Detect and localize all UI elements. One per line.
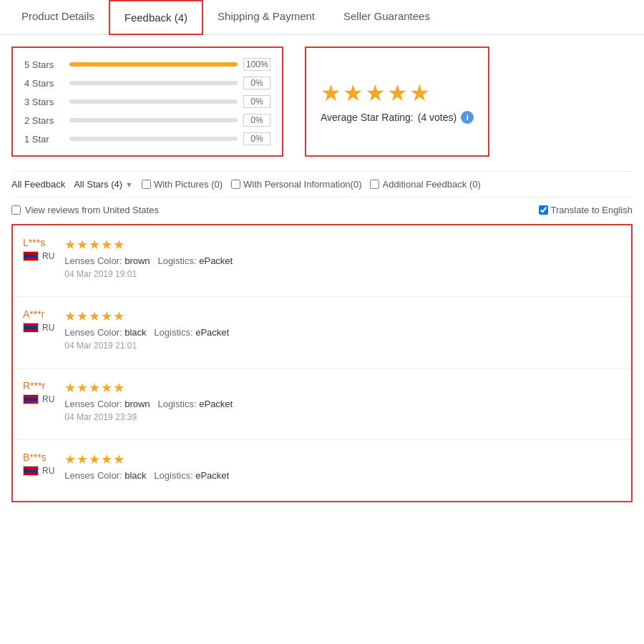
translate-row: Translate to English xyxy=(539,205,633,215)
review-item-1: L***s RU ★★★★★ Lenses Color: brown Logis… xyxy=(13,225,631,297)
big-stars: ★★★★★ xyxy=(321,79,431,107)
bar-pct: 0% xyxy=(243,77,270,89)
star-bars-panel: 5 Stars 100% 4 Stars 0% 3 Stars 0% 2 Sta… xyxy=(11,47,283,157)
with-pictures-checkbox[interactable] xyxy=(142,180,151,189)
avg-rating-panel: ★★★★★ Average Star Rating: (4 votes) i xyxy=(305,47,489,157)
review-main: ★★★★★ Lenses Color: black Logistics: ePa… xyxy=(64,452,621,484)
logistics: ePacket xyxy=(199,399,233,409)
bar-pct: 0% xyxy=(243,132,270,145)
avg-label: Average Star Rating: xyxy=(321,112,414,123)
review-header: L***s RU ★★★★★ Lenses Color: brown Logis… xyxy=(23,237,621,279)
lenses-color: brown xyxy=(125,255,150,266)
reviewer-info: A***r RU xyxy=(23,308,54,351)
star-bar-row-5: 1 Star 0% xyxy=(24,132,270,145)
reviewer-name: B***s xyxy=(23,452,54,463)
review-stars: ★★★★★ xyxy=(64,380,621,396)
bar-container xyxy=(69,137,238,141)
main-content: 5 Stars 100% 4 Stars 0% 3 Stars 0% 2 Sta… xyxy=(0,47,644,502)
translate-label[interactable]: Translate to English xyxy=(539,205,633,215)
review-date: 04 Mar 2019 21:01 xyxy=(64,341,621,351)
star-bar-label: 2 Stars xyxy=(24,115,64,126)
avg-votes: (4 votes) xyxy=(418,112,457,123)
tab-bar: Product Details Feedback (4) Shipping & … xyxy=(0,0,644,35)
reviewer-info: L***s RU xyxy=(23,237,54,279)
star-bar-label: 4 Stars xyxy=(24,78,64,89)
avg-rating-text: Average Star Rating: (4 votes) i xyxy=(321,111,474,124)
review-main: ★★★★★ Lenses Color: brown Logistics: ePa… xyxy=(64,380,621,422)
all-stars-dropdown[interactable]: All Stars (4) ▼ xyxy=(74,179,133,190)
flag-icon xyxy=(23,394,39,404)
logistics: ePacket xyxy=(195,327,229,338)
with-personal-filter[interactable]: With Personal Information(0) xyxy=(231,179,361,190)
tab-shipping[interactable]: Shipping & Payment xyxy=(203,0,329,34)
lenses-color: black xyxy=(125,470,146,481)
flag-icon xyxy=(23,466,39,476)
translate-checkbox[interactable] xyxy=(539,205,548,215)
review-details: Lenses Color: brown Logistics: ePacket xyxy=(64,399,621,409)
bar-pct: 100% xyxy=(243,58,270,71)
all-stars-label: All Stars (4) xyxy=(74,179,122,190)
country-code: RU xyxy=(42,466,54,476)
star-bar-label: 3 Stars xyxy=(24,97,64,107)
reviewer-info: B***s RU xyxy=(23,452,54,484)
review-header: R***r RU ★★★★★ Lenses Color: brown Logis… xyxy=(23,380,621,422)
bar-container xyxy=(69,62,238,67)
view-from-country: View reviews from United States xyxy=(11,205,159,215)
country-code: RU xyxy=(42,394,54,404)
review-stars: ★★★★★ xyxy=(64,237,621,253)
review-item-2: A***r RU ★★★★★ Lenses Color: black Logis… xyxy=(13,297,631,369)
reviewer-country: RU xyxy=(23,466,54,476)
review-header: A***r RU ★★★★★ Lenses Color: black Logis… xyxy=(23,308,621,351)
star-bar-label: 1 Star xyxy=(24,134,64,145)
bar-pct: 0% xyxy=(243,114,270,127)
reviews-container: L***s RU ★★★★★ Lenses Color: brown Logis… xyxy=(11,224,633,502)
review-header: B***s RU ★★★★★ Lenses Color: black Logis… xyxy=(23,452,621,484)
additional-feedback-label: Additional Feedback (0) xyxy=(382,179,480,190)
reviewer-name: L***s xyxy=(23,237,54,248)
reviewer-country: RU xyxy=(23,394,54,404)
star-bar-row-4: 2 Stars 0% xyxy=(24,114,270,127)
tab-feedback[interactable]: Feedback (4) xyxy=(109,0,203,35)
reviewer-country: RU xyxy=(23,323,54,333)
with-pictures-filter[interactable]: With Pictures (0) xyxy=(142,179,223,190)
additional-feedback-filter[interactable]: Additional Feedback (0) xyxy=(370,179,480,190)
star-bar-label: 5 Stars xyxy=(24,59,64,70)
with-pictures-label: With Pictures (0) xyxy=(154,179,223,190)
with-personal-checkbox[interactable] xyxy=(231,180,240,189)
rating-summary: 5 Stars 100% 4 Stars 0% 3 Stars 0% 2 Sta… xyxy=(11,47,633,157)
review-date: 04 Mar 2019 19:01 xyxy=(64,269,621,279)
bar-container xyxy=(69,81,238,85)
bar-fill xyxy=(69,62,238,67)
country-code: RU xyxy=(42,323,54,333)
review-main: ★★★★★ Lenses Color: brown Logistics: ePa… xyxy=(64,237,621,279)
review-details: Lenses Color: black Logistics: ePacket xyxy=(64,470,621,481)
flag-icon xyxy=(23,251,39,261)
translate-text: Translate to English xyxy=(551,205,633,215)
star-bar-row-2: 4 Stars 0% xyxy=(24,77,270,89)
additional-feedback-checkbox[interactable] xyxy=(370,180,379,189)
review-item-4: B***s RU ★★★★★ Lenses Color: black Logis… xyxy=(13,440,631,501)
lenses-color: brown xyxy=(125,399,150,409)
view-country-checkbox[interactable] xyxy=(11,205,21,215)
lenses-color: black xyxy=(125,327,146,338)
info-icon[interactable]: i xyxy=(461,111,474,124)
bar-pct: 0% xyxy=(243,95,270,108)
flag-icon xyxy=(23,323,39,333)
reviewer-name: R***r xyxy=(23,380,54,391)
bar-container xyxy=(69,118,238,122)
filter-bar: All Feedback All Stars (4) ▼ With Pictur… xyxy=(11,171,633,197)
review-item-3: R***r RU ★★★★★ Lenses Color: brown Logis… xyxy=(13,369,631,440)
all-feedback-label: All Feedback xyxy=(11,179,65,190)
review-date: 04 Mar 2019 23:39 xyxy=(64,412,621,422)
reviewer-country: RU xyxy=(23,251,54,261)
star-bar-row-1: 5 Stars 100% xyxy=(24,58,270,71)
bar-container xyxy=(69,99,238,104)
tab-product-details[interactable]: Product Details xyxy=(7,0,109,34)
review-stars: ★★★★★ xyxy=(64,452,621,467)
review-stars: ★★★★★ xyxy=(64,308,621,324)
logistics: ePacket xyxy=(199,255,233,266)
reviewer-name: A***r xyxy=(23,308,54,320)
reviewer-info: R***r RU xyxy=(23,380,54,422)
tab-seller[interactable]: Seller Guarantees xyxy=(329,0,444,34)
country-code: RU xyxy=(42,251,54,261)
